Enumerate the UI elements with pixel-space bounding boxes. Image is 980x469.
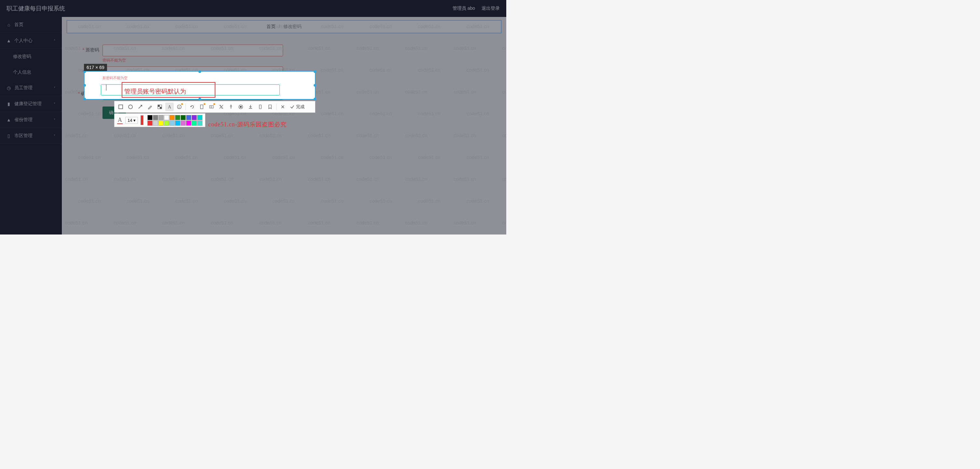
svg-rect-2 xyxy=(158,105,160,107)
tool-ocr[interactable]: 字 xyxy=(207,103,216,111)
dim-overlay xyxy=(0,0,506,234)
tool-circle[interactable] xyxy=(126,103,135,111)
color-swatch[interactable] xyxy=(159,115,164,120)
font-indicator: A xyxy=(117,116,123,124)
color-swatch[interactable] xyxy=(147,115,153,120)
dropdown-icon: ▾ xyxy=(134,118,136,123)
tool-arrow[interactable] xyxy=(136,103,145,111)
color-swatch[interactable] xyxy=(175,121,180,126)
color-swatch[interactable] xyxy=(153,115,158,120)
svg-rect-3 xyxy=(160,107,162,109)
color-swatch[interactable] xyxy=(186,115,191,120)
color-swatch[interactable] xyxy=(192,115,197,120)
red-watermark: code51.cn-源码乐园盗图必究 xyxy=(208,121,286,128)
color-swatch[interactable] xyxy=(197,115,202,120)
color-swatch[interactable] xyxy=(147,121,153,126)
svg-text:字: 字 xyxy=(210,106,212,108)
color-swatch[interactable] xyxy=(164,121,169,126)
tool-download[interactable] xyxy=(246,103,255,111)
tool-bookmark[interactable] xyxy=(266,103,274,111)
text-annotation-content[interactable]: 管理员账号密码默认为 xyxy=(124,87,186,96)
tool-translate[interactable] xyxy=(217,103,226,111)
color-palette xyxy=(147,115,202,126)
color-swatch[interactable] xyxy=(164,115,169,120)
svg-rect-0 xyxy=(119,105,123,109)
color-swatch[interactable] xyxy=(186,121,191,126)
svg-point-1 xyxy=(129,105,132,109)
color-swatch[interactable] xyxy=(192,121,197,126)
color-swatch[interactable] xyxy=(159,121,164,126)
selected-color[interactable] xyxy=(140,115,143,125)
screenshot-toolbar: A 1 字 完成 xyxy=(114,101,315,113)
tool-done[interactable]: 完成 xyxy=(288,104,306,110)
svg-point-12 xyxy=(240,106,242,108)
color-swatch[interactable] xyxy=(170,121,175,126)
tool-long-screenshot[interactable] xyxy=(197,103,206,111)
tool-record[interactable] xyxy=(237,103,245,111)
tool-text[interactable]: A xyxy=(165,103,174,111)
tool-rect[interactable] xyxy=(116,103,125,111)
color-swatch[interactable] xyxy=(197,121,202,126)
tool-undo[interactable] xyxy=(188,103,196,111)
tool-counter[interactable]: 1 xyxy=(175,103,183,111)
svg-text:1: 1 xyxy=(178,105,180,109)
tool-phone[interactable] xyxy=(256,103,264,111)
svg-rect-8 xyxy=(200,105,203,109)
svg-text:A: A xyxy=(168,105,172,109)
color-swatch[interactable] xyxy=(175,115,180,120)
color-swatch[interactable] xyxy=(181,121,186,126)
selection-size-badge: 617 × 69 xyxy=(84,64,107,71)
svg-rect-13 xyxy=(259,105,261,109)
tool-mosaic[interactable] xyxy=(156,103,164,111)
color-swatch[interactable] xyxy=(170,115,175,120)
tool-pen[interactable] xyxy=(146,103,154,111)
tool-cancel[interactable] xyxy=(278,103,287,111)
color-swatch[interactable] xyxy=(181,115,186,120)
tool-pin[interactable] xyxy=(227,103,235,111)
text-tool-panel: A 14 ▾ xyxy=(114,113,205,127)
color-swatch[interactable] xyxy=(153,121,158,126)
font-size-select[interactable]: 14 ▾ xyxy=(125,117,138,124)
